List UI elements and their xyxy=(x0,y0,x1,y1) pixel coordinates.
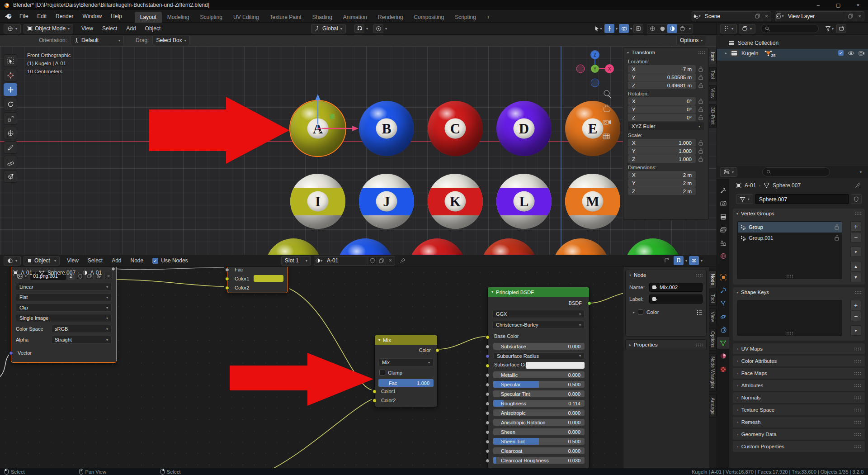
ball-i[interactable]: I xyxy=(290,174,345,229)
drag-dots-icon[interactable] xyxy=(854,347,861,351)
workspace-tab-modeling[interactable]: Modeling xyxy=(162,12,195,23)
panel-remesh[interactable]: ›Remesh xyxy=(733,417,865,428)
ball-partial[interactable] xyxy=(409,238,465,255)
drag-dots-icon[interactable] xyxy=(698,51,705,54)
viewport-canvas[interactable]: Front Orthographic (1) Kugeln | A-01 10 … xyxy=(0,46,717,255)
image-texture-node[interactable]: ▾01.png.0012×Linear▾Flat▾Clip▾Single Ima… xyxy=(11,267,117,363)
editor-type-dropdown[interactable]: ▾ xyxy=(4,24,21,33)
workspace-tab-compositing[interactable]: Compositing xyxy=(408,12,449,23)
transform-field-y[interactable]: Y0.50585 m xyxy=(628,73,696,81)
lock-icon[interactable] xyxy=(696,115,706,120)
shape-key-specials-button[interactable]: ▾ xyxy=(850,325,861,336)
properties-tab-output-icon[interactable] xyxy=(717,211,729,223)
node-sidebar-tab-arrange[interactable]: Arrange xyxy=(709,394,717,418)
breadcrumb-item[interactable]: A-01 xyxy=(90,270,102,276)
ball-k[interactable]: K xyxy=(428,174,483,229)
vertex-groups-header[interactable]: ▾Vertex Groups xyxy=(733,209,865,218)
transform-field-x[interactable]: X2 m xyxy=(628,171,696,179)
anisotropic-input-socket[interactable] xyxy=(486,411,490,415)
pin-icon[interactable] xyxy=(855,182,861,188)
lock-icon[interactable] xyxy=(696,83,706,88)
blender-menu-logo-icon[interactable] xyxy=(4,13,12,19)
clearcoat-input-socket[interactable] xyxy=(486,449,490,453)
scene-name[interactable]: Scene xyxy=(701,13,753,19)
properties-tab-render-icon[interactable] xyxy=(717,198,729,209)
properties-tab-physics-icon[interactable] xyxy=(717,311,729,323)
menu-file[interactable]: File xyxy=(15,10,33,22)
tool-measure-icon[interactable] xyxy=(4,156,17,168)
roughness-input-socket[interactable] xyxy=(486,402,490,406)
specular-tint-field[interactable]: Specular Tint0.000 xyxy=(493,390,585,397)
expand-icon[interactable]: ▸ xyxy=(633,310,635,314)
properties-tab-particles-icon[interactable] xyxy=(717,298,729,309)
blend-mode-dropdown[interactable]: Mix▾ xyxy=(378,358,434,366)
mix-node-partial[interactable]: FacColor1Color2 xyxy=(227,267,288,293)
anisotropic-field[interactable]: Anisotropic0.000 xyxy=(493,409,585,416)
transform-panel-header[interactable]: ▾Transform xyxy=(623,48,708,57)
alpha-output-socket[interactable] xyxy=(111,267,115,271)
transform-field-z[interactable]: Z0.49681 m xyxy=(628,81,696,89)
outliner-search-input[interactable] xyxy=(761,24,819,33)
lock-icon[interactable] xyxy=(696,75,706,80)
subsurface-radius-input-socket[interactable] xyxy=(486,354,490,358)
tool-annotate-icon[interactable] xyxy=(4,141,17,154)
navigation-gizmo[interactable]: ZXY xyxy=(571,48,620,143)
material-selector[interactable]: ▾ A-01 × xyxy=(314,256,395,266)
roughness-field[interactable]: Roughness0.114 xyxy=(493,400,585,407)
transform-field-z[interactable]: Z1.000 xyxy=(628,155,696,163)
tool-cursor-icon[interactable] xyxy=(4,69,17,81)
subsurface-colo-swatch[interactable] xyxy=(526,362,585,369)
mix-node-header[interactable]: ▾Mix xyxy=(375,335,437,345)
properties-tab-modifiers-icon[interactable] xyxy=(717,285,729,296)
workspace-tab-shading[interactable]: Shading xyxy=(307,12,338,23)
panel-face-maps[interactable]: ›Face Maps xyxy=(733,368,865,379)
properties-tab-world-icon[interactable] xyxy=(717,250,729,262)
material-fake-user-icon[interactable] xyxy=(368,256,377,265)
sheen-tint-field[interactable]: Sheen Tint0.500 xyxy=(493,438,585,445)
view-layer-name[interactable]: View Layer xyxy=(784,13,846,19)
color_space-dropdown[interactable]: sRGB▾ xyxy=(51,325,112,333)
lock-icon[interactable] xyxy=(696,66,706,72)
view-layer-selector[interactable]: ▾ View Layer × xyxy=(775,11,864,21)
expand-icon[interactable]: ▸ xyxy=(725,51,727,55)
interpolation-dropdown[interactable]: Linear▾ xyxy=(16,283,112,291)
options-dropdown[interactable]: Options▾ xyxy=(676,36,706,45)
panel-geometry-data[interactable]: ›Geometry Data xyxy=(733,429,865,440)
breadcrumb-item[interactable]: Sphere.007 xyxy=(47,270,75,276)
lock-icon[interactable] xyxy=(696,157,706,162)
extension-dropdown[interactable]: Clip▾ xyxy=(16,304,112,312)
add-vertex-group-button[interactable]: + xyxy=(850,221,861,232)
ball-d[interactable]: D xyxy=(496,101,552,156)
fac-slider[interactable]: Fac1.000 xyxy=(378,379,434,387)
mesh-type-dropdown[interactable]: ▾ xyxy=(736,194,753,204)
add-workspace-button[interactable]: + xyxy=(481,12,495,23)
properties-tab-data-icon[interactable] xyxy=(717,337,729,349)
scene-selector[interactable]: ▾ Scene × xyxy=(692,11,771,21)
camera-icon[interactable] xyxy=(859,51,865,56)
maximize-button[interactable]: ▢ xyxy=(828,0,848,10)
drag-dots-icon[interactable] xyxy=(854,384,861,387)
shader-scope-dropdown[interactable]: Object▾ xyxy=(24,256,60,266)
panel-custom-properties[interactable]: ›Custom Properties xyxy=(733,441,865,452)
drag-dots-icon[interactable] xyxy=(854,421,861,424)
metallic-field[interactable]: Metallic0.000 xyxy=(493,371,585,378)
node-overlays-icon[interactable] xyxy=(689,256,699,265)
menu-window[interactable]: Window xyxy=(78,10,106,22)
view-layer-copy-icon[interactable] xyxy=(846,12,855,21)
mesh-name-field[interactable]: Sphere.007 xyxy=(755,194,849,204)
scene-icon[interactable]: ▾ xyxy=(692,12,701,21)
clearcoat-roughness-field[interactable]: Clearcoat Roughness0.030 xyxy=(493,457,585,464)
viewport-menu-select[interactable]: Select xyxy=(98,23,122,34)
menu-help[interactable]: Help xyxy=(106,10,127,22)
color-output-socket[interactable] xyxy=(435,348,439,352)
anisotropic-rotation-field[interactable]: Anisotropic Rotation0.000 xyxy=(493,419,585,426)
ball-a[interactable]: A xyxy=(290,101,345,156)
collection-row[interactable]: ▸ Kugeln 35 xyxy=(725,50,772,57)
node-snap-icon[interactable] xyxy=(674,256,684,265)
shader-menu-add[interactable]: Add xyxy=(107,255,126,266)
collection-icon[interactable] xyxy=(730,50,739,57)
scene-collection-row[interactable]: Scene Collection xyxy=(728,40,778,46)
remove-shape-key-button[interactable]: − xyxy=(850,311,861,321)
tool-scale-icon[interactable] xyxy=(4,112,17,125)
ball-j[interactable]: J xyxy=(359,174,414,229)
